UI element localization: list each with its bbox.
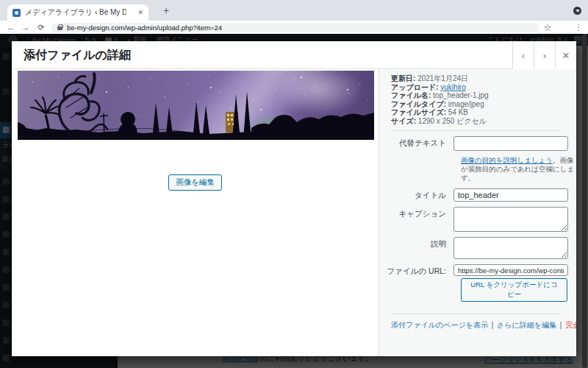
alt-text-label: 代替テキスト [385,136,453,151]
edit-more-details-link[interactable]: さらに詳細を編集 [497,321,556,329]
browser-url-bar: ← → ⟳ be-my-design.com/wp-admin/upload.p… [0,21,588,34]
attachment-meta: 更新日: 2021年1月24日 アップロード: yukihiro ファイル名: … [391,74,567,125]
screen: メディアライブラリ ‹ Be My De ✕ + ← → ⟳ be-my-des… [0,0,588,368]
page-url: be-my-design.com/wp-admin/upload.php?ite… [67,24,222,32]
delete-permanently-link[interactable]: 完全に削除する [565,321,576,329]
meta-filename: ファイル名: top_header-1.jpg [391,91,567,100]
meta-filetype: ファイルタイプ: image/jpeg [391,100,567,109]
bookmark-star-icon[interactable]: ☆ [541,21,554,34]
lock-icon [57,24,62,30]
tab-title: メディアライブラリ ‹ Be My De [25,7,126,18]
file-url-label: ファイルの URL: [385,264,453,277]
panel-divider-bottom [391,314,562,314]
media-preview-pane: 画像を編集 [12,70,379,356]
attachment-actions: 添付ファイルのページを表示 | さらに詳細を編集 | 完全に削除する [391,320,567,330]
new-tab-button[interactable]: + [159,3,173,18]
meta-filesize: ファイルサイズ: 54 KB [391,108,567,117]
refresh-icon[interactable]: ⟳ [35,21,48,34]
title-label: タイトル [385,188,453,202]
close-modal-button[interactable]: ✕ [555,41,576,69]
browser-media-control-icon[interactable] [573,7,581,15]
caption-textarea[interactable] [453,207,568,232]
address-bar[interactable]: be-my-design.com/wp-admin/upload.php?ite… [51,23,539,32]
uploader-link[interactable]: yukihiro [440,83,465,91]
attachment-image-preview [18,71,374,140]
forward-icon[interactable]: → [19,21,32,34]
landscape-silhouette [18,71,374,140]
alt-help-text: 画像の目的を説明しましょう。画像が装飾目的のみであれば空欄にします。 [461,156,576,183]
meta-dimensions: サイズ: 1290 x 250 ピクセル [391,117,567,126]
site-favicon-icon [12,9,21,17]
edit-image-button[interactable]: 画像を編集 [168,174,222,191]
panel-divider [391,130,562,131]
alt-text-input[interactable] [453,136,568,151]
alt-help-link[interactable]: 画像の目的を説明しましょう [461,156,553,164]
title-input[interactable] [453,188,568,202]
back-icon[interactable]: ← [4,21,18,34]
attachment-details-modal: 添付ファイルの詳細 ‹ › ✕ [12,41,576,356]
attachment-details-panel: 更新日: 2021年1月24日 アップロード: yukihiro ファイル名: … [379,70,576,356]
modal-title: 添付ファイルの詳細 [24,41,131,69]
previous-attachment-button[interactable]: ‹ [512,41,534,69]
browser-tab[interactable]: メディアライブラリ ‹ Be My De ✕ [7,4,148,21]
caption-label: キャプション [385,207,453,232]
browser-tab-strip: メディアライブラリ ‹ Be My De ✕ + [0,0,588,21]
browser-menu-icon[interactable]: ⋮ [572,21,585,34]
view-attachment-page-link[interactable]: 添付ファイルのページを表示 [391,321,488,329]
meta-uploaded: アップロード: yukihiro [391,83,567,92]
file-url-input[interactable] [453,264,568,276]
sculpture-silhouette [60,74,107,133]
next-attachment-button[interactable]: › [534,41,555,69]
tab-close-icon[interactable]: ✕ [137,9,143,16]
description-textarea[interactable] [453,237,568,259]
copy-url-button[interactable]: URL をクリップボードにコピー [461,278,567,302]
meta-updated: 更新日: 2021年1月24日 [391,74,567,83]
description-label: 説明 [385,237,453,259]
modal-header: 添付ファイルの詳細 ‹ › ✕ [12,41,576,69]
